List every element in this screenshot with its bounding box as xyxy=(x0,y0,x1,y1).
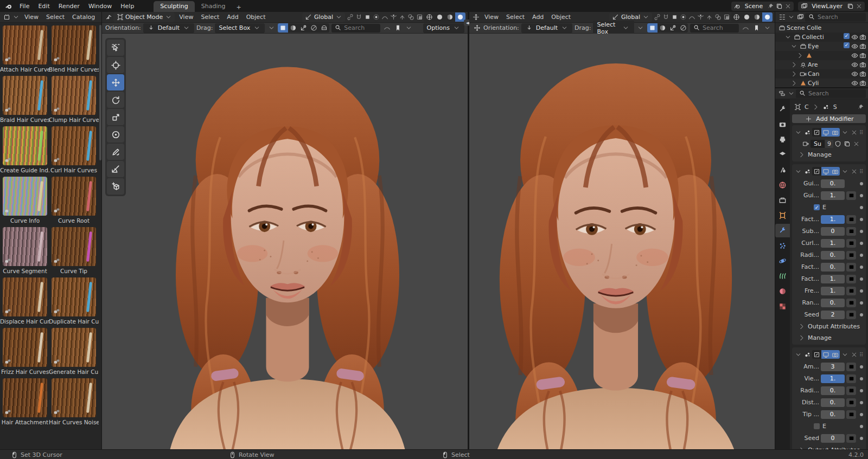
node-group-name[interactable]: Su xyxy=(810,140,825,148)
display-realtime-icon[interactable] xyxy=(821,167,831,176)
chevron-down-icon[interactable] xyxy=(840,128,849,137)
bookmark-icon[interactable] xyxy=(393,24,402,33)
properties-editor-icon[interactable] xyxy=(777,89,786,98)
asset-item[interactable]: Duplicate Hair Cu... xyxy=(51,277,97,325)
node-group-users[interactable]: 9 xyxy=(825,140,833,148)
viewport-left-canvas[interactable] xyxy=(102,34,468,449)
keyframe-dot[interactable] xyxy=(860,301,863,305)
asset-menu-view[interactable]: View xyxy=(21,13,42,21)
wireframe-icon[interactable] xyxy=(424,12,435,22)
viewport-menu-view[interactable]: View xyxy=(481,13,502,21)
field-checkbox[interactable]: ✓ xyxy=(814,204,820,210)
display-realtime-icon[interactable] xyxy=(821,350,831,359)
falloff-curve-icon[interactable] xyxy=(382,24,391,33)
prop-dot-icon[interactable] xyxy=(372,13,380,22)
field-value[interactable]: 3 xyxy=(821,363,845,371)
expand-toggle-icon[interactable] xyxy=(789,42,798,51)
browse-icon[interactable] xyxy=(801,139,810,148)
attribute-toggle-icon[interactable] xyxy=(846,299,856,307)
field-value[interactable]: 1. xyxy=(821,239,845,248)
eye-icon[interactable] xyxy=(851,79,859,88)
properties-tab-texture[interactable] xyxy=(775,300,790,313)
asset-item[interactable]: Curve Tip xyxy=(51,227,97,274)
viewport-search[interactable]: Search xyxy=(331,24,380,33)
chevron-down-icon[interactable] xyxy=(794,167,802,176)
subpanel-output-attributes[interactable]: Output Attributes xyxy=(794,445,864,449)
tool-scale[interactable] xyxy=(107,109,124,125)
chevron-down-icon[interactable] xyxy=(840,167,849,176)
properties-tab-particles[interactable] xyxy=(775,239,790,253)
viewport-search[interactable]: Search xyxy=(690,24,739,33)
select-new-icon[interactable] xyxy=(278,23,288,33)
asset-menu-catalog[interactable]: Catalog xyxy=(68,13,99,21)
link-icon[interactable] xyxy=(346,13,354,22)
attribute-toggle-icon[interactable] xyxy=(846,311,856,319)
chevron-down-icon[interactable] xyxy=(840,350,849,359)
properties-search[interactable]: Search xyxy=(796,89,866,98)
magnet-icon[interactable] xyxy=(661,13,670,22)
asset-item[interactable]: Curl Hair Curves xyxy=(51,126,97,173)
keyframe-dot[interactable] xyxy=(860,194,863,197)
properties-tab-object[interactable] xyxy=(775,209,790,222)
display-edit-icon[interactable] xyxy=(812,128,821,137)
chevron-down-icon[interactable] xyxy=(636,24,645,33)
viewport-menu-object[interactable]: Object xyxy=(242,13,270,21)
magnet-icon[interactable] xyxy=(354,13,363,22)
field-value[interactable]: 1. xyxy=(821,275,845,283)
square-dd-icon[interactable] xyxy=(363,13,372,22)
menu-render[interactable]: Render xyxy=(54,2,84,11)
outliner-row[interactable] xyxy=(775,51,868,60)
keyframe-dot[interactable] xyxy=(860,401,863,404)
visibility-icon[interactable] xyxy=(389,13,398,22)
drag-select[interactable]: Select Box xyxy=(215,23,265,33)
geometry-nodes-icon[interactable] xyxy=(822,102,831,111)
keyframe-dot[interactable] xyxy=(860,389,863,392)
attribute-toggle-icon[interactable] xyxy=(846,398,856,407)
drag-handle-icon[interactable]: ⠿ xyxy=(859,352,863,358)
select-extend-icon[interactable] xyxy=(658,23,668,33)
field-value[interactable]: 0 xyxy=(821,227,845,236)
tool-annotate[interactable] xyxy=(107,144,124,160)
keyframe-dot[interactable] xyxy=(860,313,863,316)
display-edit-icon[interactable] xyxy=(812,167,821,176)
expand-toggle-icon[interactable] xyxy=(789,61,798,69)
select-invert-icon[interactable] xyxy=(678,23,688,33)
field-value[interactable]: 1. xyxy=(821,374,845,383)
menu-edit[interactable]: Edit xyxy=(34,2,54,11)
display-render-icon[interactable] xyxy=(831,167,840,176)
asset-scrollbar[interactable] xyxy=(99,25,101,160)
object-icon[interactable] xyxy=(793,102,802,111)
field-value[interactable]: 0. xyxy=(821,299,845,307)
viewlayer-name[interactable]: ViewLayer xyxy=(808,3,846,10)
camera-icon[interactable] xyxy=(859,51,867,60)
attribute-toggle-icon[interactable] xyxy=(846,287,856,295)
field-value[interactable]: 0 xyxy=(821,434,845,443)
outliner-row[interactable]: Cyli xyxy=(775,79,868,87)
visibility-icon[interactable] xyxy=(696,13,705,22)
outliner-editor-icon[interactable] xyxy=(777,13,786,22)
orientation-select[interactable]: Default xyxy=(521,23,572,33)
attribute-toggle-icon[interactable] xyxy=(846,363,856,371)
chevron-down-icon[interactable] xyxy=(794,350,802,359)
remove-viewlayer-icon[interactable] xyxy=(854,2,863,10)
expand-toggle-icon[interactable] xyxy=(789,70,798,79)
ball-solid-icon[interactable] xyxy=(435,12,445,22)
filter-icon[interactable] xyxy=(796,13,805,22)
attribute-toggle-icon[interactable] xyxy=(846,215,856,224)
modifier-header[interactable]: ⠿ xyxy=(794,127,864,138)
select-intersect-icon[interactable] xyxy=(319,23,329,33)
attribute-toggle-icon[interactable] xyxy=(846,191,856,200)
properties-tab-object-data[interactable] xyxy=(775,269,790,283)
chevron-down-icon[interactable] xyxy=(787,13,795,22)
viewport-menu-select[interactable]: Select xyxy=(502,13,528,21)
new-scene-icon[interactable] xyxy=(775,2,783,10)
mode-dropdown[interactable]: Object Mode xyxy=(113,12,175,22)
select-invert-icon[interactable] xyxy=(309,23,319,33)
camera-icon[interactable] xyxy=(859,33,867,42)
field-value[interactable]: 1. xyxy=(821,215,845,224)
square-dd-icon[interactable] xyxy=(670,13,679,22)
outliner-search[interactable]: Search xyxy=(805,13,866,22)
link-icon[interactable] xyxy=(653,13,661,22)
attribute-toggle-icon[interactable] xyxy=(846,374,856,383)
asset-item[interactable]: Curve Info xyxy=(2,177,48,224)
